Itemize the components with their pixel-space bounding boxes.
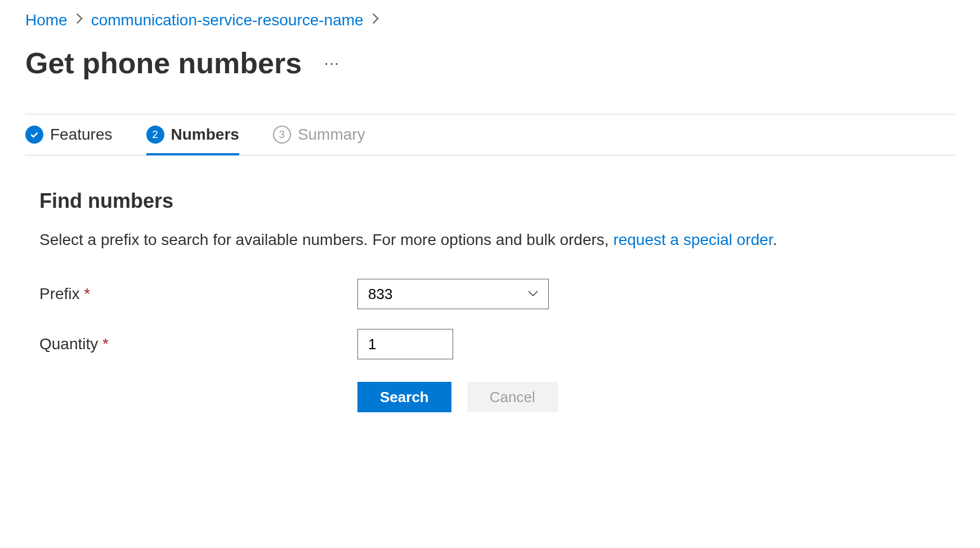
special-order-link[interactable]: request a special order bbox=[613, 231, 772, 248]
tab-label: Summary bbox=[298, 126, 365, 144]
search-button[interactable]: Search bbox=[357, 382, 451, 412]
prefix-label: Prefix * bbox=[39, 285, 357, 303]
content-area: Find numbers Select a prefix to search f… bbox=[25, 155, 955, 412]
wizard-tabs: Features 2 Numbers 3 Summary bbox=[25, 114, 955, 155]
quantity-input[interactable] bbox=[357, 329, 453, 359]
cancel-button[interactable]: Cancel bbox=[467, 382, 558, 412]
quantity-row: Quantity * bbox=[39, 329, 941, 359]
required-indicator: * bbox=[102, 335, 109, 353]
chevron-right-icon bbox=[372, 13, 379, 28]
section-description: Select a prefix to search for available … bbox=[39, 229, 941, 251]
more-icon[interactable]: ··· bbox=[324, 55, 340, 72]
page-title: Get phone numbers bbox=[25, 46, 302, 80]
breadcrumb-home-link[interactable]: Home bbox=[25, 11, 68, 29]
button-row: Search Cancel bbox=[357, 382, 941, 412]
tab-numbers[interactable]: 2 Numbers bbox=[146, 114, 256, 155]
prefix-select-wrapper bbox=[357, 279, 549, 309]
tab-label: Numbers bbox=[171, 126, 239, 144]
page-header: Get phone numbers ··· bbox=[25, 46, 955, 80]
quantity-label: Quantity * bbox=[39, 335, 357, 353]
step-number-icon: 3 bbox=[273, 126, 291, 144]
check-icon bbox=[25, 126, 43, 144]
section-title: Find numbers bbox=[39, 189, 941, 213]
breadcrumb: Home communication-service-resource-name bbox=[25, 11, 955, 29]
prefix-row: Prefix * bbox=[39, 279, 941, 309]
breadcrumb-resource-link[interactable]: communication-service-resource-name bbox=[91, 11, 364, 29]
tab-summary: 3 Summary bbox=[273, 114, 382, 155]
required-indicator: * bbox=[84, 285, 90, 302]
step-number-icon: 2 bbox=[146, 126, 164, 144]
tab-label: Features bbox=[50, 126, 113, 144]
chevron-right-icon bbox=[75, 13, 83, 28]
tab-features[interactable]: Features bbox=[25, 114, 129, 155]
prefix-select[interactable] bbox=[357, 279, 549, 309]
